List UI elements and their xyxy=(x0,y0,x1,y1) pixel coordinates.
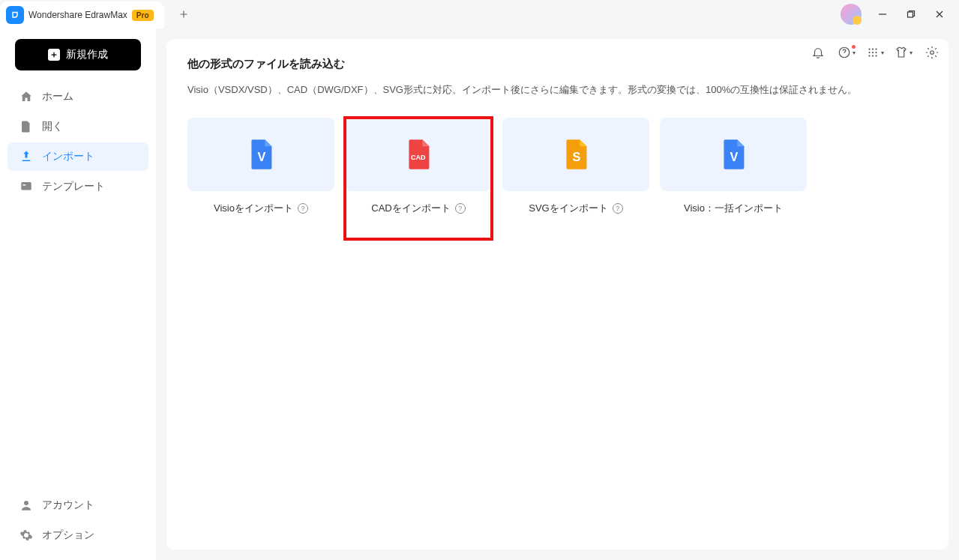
import-card-visio[interactable]: VVisioをインポート? xyxy=(187,118,334,239)
card-thumb: V xyxy=(187,118,334,191)
svg-point-5 xyxy=(868,48,870,49)
card-label: CADをインポート xyxy=(371,202,450,215)
card-label-row: Visio：一括インポート xyxy=(660,202,807,215)
svg-point-8 xyxy=(868,52,870,53)
sidebar-bottom: アカウント オプション xyxy=(7,491,148,550)
svg-point-10 xyxy=(875,52,877,53)
svg-rect-2 xyxy=(23,184,26,186)
app-tab[interactable]: Wondershare EdrawMax Pro xyxy=(0,1,164,28)
svg-point-9 xyxy=(872,52,874,53)
sidebar-item-options[interactable]: オプション xyxy=(7,521,148,550)
question-icon[interactable]: ? xyxy=(298,203,308,214)
new-tab-button[interactable] xyxy=(173,4,194,25)
sidebar-item-label: 開く xyxy=(42,120,63,133)
card-label-row: Visioをインポート? xyxy=(187,202,334,215)
sidebar-item-label: アカウント xyxy=(42,499,94,512)
sidebar-item-import[interactable]: インポート xyxy=(7,142,148,171)
sidebar: 新規作成 ホーム 開く インポート xyxy=(0,28,156,560)
shirt-icon[interactable]: ▾ xyxy=(895,43,913,61)
svg-rect-0 xyxy=(908,12,913,17)
sidebar-nav: ホーム 開く インポート テンプレート xyxy=(7,82,148,491)
card-label-row: SVGをインポート? xyxy=(502,202,649,215)
sidebar-item-label: インポート xyxy=(42,150,94,163)
help-icon[interactable]: ▾ xyxy=(838,43,856,61)
sidebar-item-label: ホーム xyxy=(42,90,73,103)
template-icon xyxy=(19,180,33,193)
question-icon[interactable]: ? xyxy=(455,203,466,214)
card-label: Visio：一括インポート xyxy=(684,202,783,215)
content-panel: 他の形式のファイルを読み込む Visio（VSDX/VSD）、CAD（DWG/D… xyxy=(166,39,949,550)
sidebar-item-template[interactable]: テンプレート xyxy=(7,172,148,201)
svg-text:V: V xyxy=(730,150,739,163)
content: ▾ ▾ ▾ 他の形式のファイルを読み込む Visio（VSDX/VSD）、CAD… xyxy=(156,28,959,560)
svg-text:V: V xyxy=(258,150,266,163)
svg-point-14 xyxy=(931,51,934,55)
pro-badge: Pro xyxy=(132,10,154,21)
top-toolbar: ▾ ▾ ▾ xyxy=(809,43,941,61)
plus-icon xyxy=(48,49,60,61)
sidebar-item-account[interactable]: アカウント xyxy=(7,491,148,520)
import-card-cad[interactable]: CADCADをインポート? xyxy=(345,118,492,239)
card-thumb: CAD xyxy=(345,118,492,191)
sidebar-item-open[interactable]: 開く xyxy=(7,112,148,141)
svg-rect-1 xyxy=(21,182,31,190)
titlebar: Wondershare EdrawMax Pro xyxy=(0,0,959,28)
page-description: Visio（VSDX/VSD）、CAD（DWG/DXF）、SVG形式に対応。イン… xyxy=(187,83,928,97)
user-avatar[interactable] xyxy=(841,4,862,25)
svg-point-3 xyxy=(24,501,28,505)
card-label: Visioをインポート xyxy=(214,202,293,215)
sidebar-item-label: テンプレート xyxy=(42,180,105,193)
apps-icon[interactable]: ▾ xyxy=(866,43,884,61)
card-thumb: V xyxy=(660,118,807,191)
import-icon xyxy=(19,150,33,163)
import-card-visio-batch[interactable]: VVisio：一括インポート xyxy=(660,118,807,239)
settings-icon[interactable] xyxy=(923,43,941,61)
svg-point-7 xyxy=(875,48,877,49)
card-label: SVGをインポート xyxy=(529,202,607,215)
sidebar-item-label: オプション xyxy=(42,529,94,542)
new-file-button[interactable]: 新規作成 xyxy=(15,39,141,70)
maximize-button[interactable] xyxy=(898,4,925,25)
svg-point-6 xyxy=(872,48,874,49)
svg-point-12 xyxy=(872,55,874,56)
minimize-button[interactable] xyxy=(869,4,896,25)
account-icon xyxy=(19,499,33,512)
home-icon xyxy=(19,90,33,103)
new-file-label: 新規作成 xyxy=(66,48,108,61)
file-icon xyxy=(19,120,33,133)
main-area: 新規作成 ホーム 開く インポート xyxy=(0,28,959,560)
app-title: Wondershare EdrawMax xyxy=(28,10,127,20)
svg-text:CAD: CAD xyxy=(411,154,426,161)
svg-point-13 xyxy=(875,55,877,56)
gear-icon xyxy=(19,529,33,542)
titlebar-right xyxy=(841,4,953,25)
card-thumb: S xyxy=(502,118,649,191)
bell-icon[interactable] xyxy=(809,43,827,61)
card-label-row: CADをインポート? xyxy=(345,202,492,215)
titlebar-left: Wondershare EdrawMax Pro xyxy=(0,0,194,28)
sidebar-item-home[interactable]: ホーム xyxy=(7,82,148,111)
app-logo-icon xyxy=(6,6,24,24)
notification-dot-icon xyxy=(852,45,856,49)
import-cards-row: VVisioをインポート?CADCADをインポート?SSVGをインポート?VVi… xyxy=(187,118,928,239)
close-button[interactable] xyxy=(926,4,953,25)
question-icon[interactable]: ? xyxy=(613,203,623,214)
svg-point-11 xyxy=(868,55,870,56)
svg-text:S: S xyxy=(573,150,581,163)
import-card-svg[interactable]: SSVGをインポート? xyxy=(502,118,649,239)
